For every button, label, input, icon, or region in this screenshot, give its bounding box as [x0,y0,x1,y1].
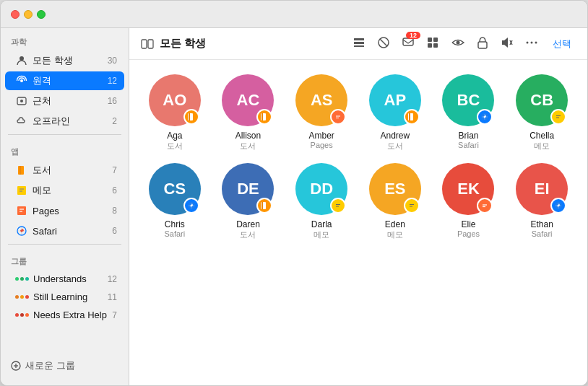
still-learning-count: 11 [108,292,117,302]
understands-count: 12 [108,274,117,284]
student-card[interactable]: AC Allison 도서 [217,74,280,152]
svg-point-31 [457,40,460,44]
student-card[interactable]: AP Andrew 도서 [364,74,426,152]
maximize-button[interactable] [37,10,46,19]
student-app: Safari [532,229,553,238]
student-name: Brian [458,131,478,141]
pages-label: Pages [33,206,109,216]
svg-rect-9 [17,206,26,215]
safari-icon [15,224,28,237]
student-card[interactable]: EI Ethan Safari [511,163,573,240]
needs-help-count: 7 [112,310,117,320]
svg-rect-64 [408,202,415,209]
offline-label: 오프라인 [33,115,109,128]
notes-count: 6 [112,185,117,196]
select-button[interactable]: 선택 [548,35,576,53]
add-group-button[interactable]: 새로운 그룹 [1,354,129,378]
svg-point-1 [20,79,23,82]
sidebar-item-needs-help[interactable]: Needs Extra Help 7 [5,307,124,323]
student-app: Safari [458,141,479,149]
student-initials: AS [311,91,333,110]
student-avatar: BC [442,74,494,126]
sidebar-item-safari[interactable]: Safari 6 [5,221,124,240]
sidebar: 과학 모든 학생 30 [1,28,129,385]
sidebar-item-understands[interactable]: Understands 12 [5,271,124,287]
student-card[interactable]: CS Chris Safari [144,163,206,240]
section-header-apps: 앱 [1,138,129,160]
sidebar-item-still-learning[interactable]: Still Learning 11 [5,289,124,305]
student-card[interactable]: AS Amber Pages [290,74,353,152]
books-icon [15,164,28,177]
more-icon[interactable] [522,35,541,53]
student-avatar: DD [295,163,347,215]
remote-count: 12 [108,76,117,86]
sidebar-item-all-students[interactable]: 모든 학생 30 [5,51,124,70]
mute-icon[interactable] [498,35,515,53]
nearby-label: 근처 [33,95,105,108]
sidebar-item-pages[interactable]: Pages 8 [5,201,124,220]
svg-line-25 [380,39,387,46]
student-initials: CB [530,91,553,110]
sidebar-item-nearby[interactable]: 근처 16 [5,92,124,110]
student-card[interactable]: DD Darla 메모 [290,163,353,240]
student-avatar: EI [516,163,568,215]
svg-point-37 [531,41,533,43]
notes-badge-icon [330,198,346,214]
student-app: Pages [457,229,480,238]
svg-point-36 [527,41,529,43]
students-grid: AO Aga 도서 AC Allison 도서 AS [129,60,587,385]
remote-icon [15,74,28,87]
student-card[interactable]: EK Elie Pages [438,163,500,240]
student-name: Chris [165,219,185,229]
layers-icon[interactable] [350,35,368,53]
cloud-icon [15,115,28,128]
svg-rect-29 [428,43,432,48]
student-name: Darla [311,219,332,229]
safari-count: 6 [112,226,117,236]
message-icon[interactable] [399,35,417,53]
understands-label: Understands [33,273,105,284]
book-badge-icon [256,109,272,125]
student-card[interactable]: CB Chella 메모 [511,74,573,152]
person-icon [15,54,28,67]
student-card[interactable]: DE Daren 도서 [217,163,280,240]
student-app: Safari [164,229,185,238]
pages-badge-icon [330,109,346,125]
svg-rect-40 [189,113,190,120]
student-app: 메모 [534,141,550,152]
svg-rect-6 [17,186,26,195]
sidebar-item-notes[interactable]: 메모 6 [5,181,124,200]
student-card[interactable]: ES Eden 메모 [364,163,426,240]
divider-1 [8,134,121,135]
svg-rect-43 [334,113,342,120]
sidebar-item-remote[interactable]: 원격 12 [5,71,124,90]
close-button[interactable] [11,10,20,19]
svg-rect-20 [148,40,153,48]
minimize-button[interactable] [24,10,33,19]
student-initials: DD [310,180,333,198]
student-initials: CS [164,180,186,198]
sidebar-item-books[interactable]: 도서 7 [5,161,124,180]
books-count: 7 [112,165,117,175]
student-card[interactable]: BC Brian Safari [438,74,500,152]
content-area: 모든 학생 [129,28,587,385]
svg-rect-27 [428,38,432,42]
student-app: 메모 [314,229,329,240]
student-avatar: AO [149,74,201,126]
notes-icon [15,184,28,197]
understands-dots-icon [15,277,29,281]
student-avatar: AP [369,74,421,126]
student-avatar: CB [516,74,568,126]
student-card[interactable]: AO Aga 도서 [144,74,206,152]
sidebar-toggle-icon[interactable] [141,38,154,50]
svg-marker-33 [502,38,508,48]
block-icon[interactable] [375,35,392,53]
lock-icon[interactable] [475,35,490,53]
grid-icon[interactable] [424,35,441,53]
eye-icon[interactable] [449,35,467,53]
svg-rect-60 [261,202,263,209]
svg-rect-22 [354,42,364,44]
nearby-count: 16 [108,96,117,106]
student-name: Amber [308,131,334,141]
sidebar-item-offline[interactable]: 오프라인 2 [5,112,124,131]
